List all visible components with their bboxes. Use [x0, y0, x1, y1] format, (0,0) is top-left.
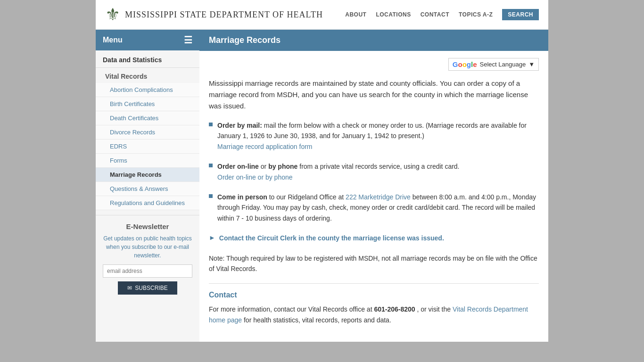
- site-logo-icon: ⚜: [105, 5, 120, 25]
- menu-bar[interactable]: Menu ☰: [96, 30, 199, 50]
- bullet-mail-label: Order by mail:: [217, 122, 262, 129]
- sidebar-item-forms[interactable]: Forms: [96, 154, 199, 168]
- nav-about[interactable]: ABOUT: [345, 11, 366, 18]
- bullet-online-content: Order on-line or by phone from a private…: [217, 161, 460, 182]
- arrow-icon: ►: [209, 234, 215, 241]
- site-header: ⚜ Mississippi State Department of Health…: [96, 0, 548, 30]
- contact-phone: 601-206-8200: [374, 305, 415, 313]
- translate-bar: Google Select Language ▼: [209, 58, 539, 71]
- bullet-person-text1: to our Ridgeland Office at: [269, 193, 346, 201]
- sidebar-section-title: Data and Statistics: [96, 50, 199, 68]
- enewsletter-description: Get updates on public health topics when…: [103, 234, 192, 260]
- sidebar-item-qa[interactable]: Questions & Answers: [96, 182, 199, 196]
- translate-label: Select Language: [480, 61, 526, 68]
- sidebar-item-birth[interactable]: Birth Certificates: [96, 97, 199, 111]
- hamburger-icon[interactable]: ☰: [184, 34, 192, 46]
- body-wrapper: Menu ☰ Data and Statistics Vital Records…: [96, 30, 548, 342]
- bullet-mail-text: mail the form below with a check or mone…: [217, 122, 527, 140]
- order-online-link[interactable]: Order on-line or by phone: [217, 173, 293, 181]
- nav-topics[interactable]: TOPICS A-Z: [459, 11, 493, 18]
- contact-text2: , or visit the: [417, 305, 453, 313]
- main-content: Marriage Records Google Select Language …: [199, 30, 548, 342]
- subscribe-label: SUBSCRIBE: [135, 285, 167, 291]
- header-nav: ABOUT LOCATIONS CONTACT TOPICS A-Z SEARC…: [345, 9, 539, 20]
- google-logo: Google: [453, 60, 477, 68]
- site-title: Mississippi State Department of Health: [125, 10, 323, 20]
- sidebar-item-marriage[interactable]: Marriage Records: [96, 168, 199, 182]
- sidebar-item-abortion[interactable]: Abortion Complications: [96, 83, 199, 97]
- note-paragraph: Note: Though required by law to be regis…: [209, 253, 539, 274]
- enewsletter-title: E-Newsletter: [103, 222, 192, 230]
- contact-paragraph: For more information, contact our Vital …: [209, 304, 539, 325]
- bullet-phone-label: by phone: [268, 163, 297, 170]
- contact-title: Contact: [209, 291, 539, 299]
- sidebar: Menu ☰ Data and Statistics Vital Records…: [96, 30, 199, 342]
- contact-text1: For more information, contact our Vital …: [209, 305, 374, 313]
- sidebar-item-divorce[interactable]: Divorce Records: [96, 125, 199, 140]
- bullet-online-text: from a private vital records service, us…: [299, 163, 459, 170]
- sidebar-item-regulations[interactable]: Regulations and Guidelines: [96, 196, 199, 210]
- address-link[interactable]: 222 Marketridge Drive: [346, 193, 411, 201]
- page-title: Marriage Records: [199, 30, 548, 51]
- email-icon: ✉: [127, 285, 132, 291]
- contact-text3: for health statistics, vital records, re…: [244, 316, 391, 324]
- bullet-person-label: Come in person: [217, 193, 267, 201]
- enewsletter-box: E-Newsletter Get updates on public healt…: [96, 215, 199, 302]
- circuit-clerk-link-row: ► Contact the Circuit Clerk in the count…: [209, 233, 539, 243]
- bullet-icon-3: [209, 194, 213, 198]
- marriage-application-link[interactable]: Marriage record application form: [217, 143, 313, 150]
- translate-dropdown-icon: ▼: [528, 61, 535, 68]
- search-button[interactable]: SEARCH: [502, 9, 539, 20]
- bullet-icon: [209, 123, 213, 126]
- sidebar-item-edrs[interactable]: EDRS: [96, 140, 199, 154]
- vital-records-title: Vital Records: [96, 68, 199, 83]
- bullet-person: Come in person to our Ridgeland Office a…: [209, 192, 539, 223]
- contact-section: Contact For more information, contact ou…: [209, 283, 539, 325]
- email-input[interactable]: [103, 264, 192, 278]
- nav-contact[interactable]: CONTACT: [421, 11, 449, 18]
- bullet-online-label: Order on-line: [217, 163, 259, 170]
- nav-locations[interactable]: LOCATIONS: [376, 11, 411, 18]
- circuit-clerk-link[interactable]: Contact the Circuit Clerk in the county …: [219, 233, 444, 243]
- sidebar-item-death[interactable]: Death Certificates: [96, 111, 199, 125]
- intro-paragraph: Mississippi marriage records are maintai…: [209, 78, 539, 112]
- google-translate-widget[interactable]: Google Select Language ▼: [448, 58, 539, 71]
- menu-label: Menu: [103, 36, 123, 44]
- bullet-icon-2: [209, 164, 213, 167]
- bullet-online: Order on-line or by phone from a private…: [209, 161, 539, 182]
- bullet-mail-content: Order by mail: mail the form below with …: [217, 120, 539, 152]
- subscribe-button[interactable]: ✉ SUBSCRIBE: [118, 281, 177, 295]
- content-area: Google Select Language ▼ Mississippi mar…: [199, 51, 548, 332]
- bullet-mail: Order by mail: mail the form below with …: [209, 120, 539, 152]
- logo-area: ⚜ Mississippi State Department of Health: [105, 5, 323, 25]
- bullet-online-or: or: [261, 163, 268, 170]
- bullet-person-content: Come in person to our Ridgeland Office a…: [217, 192, 539, 223]
